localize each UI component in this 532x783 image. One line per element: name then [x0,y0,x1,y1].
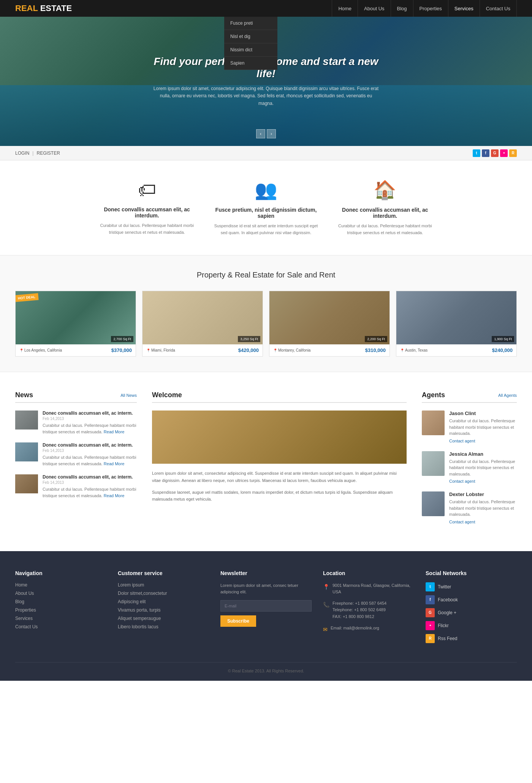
all-agents-link[interactable]: All Agents [498,393,517,398]
logo[interactable]: REAL ESTATE [15,3,72,13]
footer-nav-contact[interactable]: Contact Us [15,624,106,629]
nav-item-blog[interactable]: Blog [391,0,413,17]
property-card-2[interactable]: 2,200 Sq Ft Montarey, Califonia $310,000 [269,291,390,357]
welcome-heading: Welcome [152,391,182,399]
welcome-text-1: Lorem ipsum dolor sit amet, consectetur … [152,470,407,484]
nav-item-properties[interactable]: Properties [413,0,448,17]
news-heading: News [15,391,33,399]
dropdown-item-0[interactable]: Fusce preti [224,17,277,30]
footer-customer-service: Customer service Lorem ipsum Dolor sitme… [118,570,209,647]
contact-agent-2[interactable]: Contact agent [449,520,475,524]
agent-text-0: Curabitur ut dui lacus. Pellentesque hab… [449,418,517,437]
dropdown-item-1[interactable]: Nisl et dig [224,30,277,43]
address-icon: 📍 [323,583,329,596]
social-icon-flickr[interactable]: ⚬ [500,149,508,157]
contact-agent-1[interactable]: Contact agent [449,479,475,483]
dropdown-item-3[interactable]: Sapien [224,57,277,70]
news-title-0: Donec convallis accumsan elit, ac interm… [43,411,137,416]
social-item-rss[interactable]: R Rss Feed [426,634,517,643]
nav-item-services[interactable]: Services [448,0,480,17]
social-item-facebook[interactable]: f Facebook [426,595,517,604]
agent-photo-0 [422,411,445,435]
social-item-google[interactable]: G Google + [426,608,517,617]
social-item-twitter[interactable]: t Twitter [426,582,517,591]
footer-nav-properties[interactable]: Properties [15,607,106,613]
flickr-icon: ⚬ [426,621,435,630]
property-card-0[interactable]: HOT DEAL 2,700 Sq Ft Los Angeles, Califo… [15,291,136,357]
logo-estate: ESTATE [40,3,72,13]
read-more-0[interactable]: Read More [104,430,124,434]
social-icon-google[interactable]: G [491,149,499,157]
social-icons: t f G ⚬ R [473,149,517,157]
register-link[interactable]: REGISTER [36,151,60,156]
nav-item-contact[interactable]: Contact Us [480,0,517,17]
read-more-1[interactable]: Read More [104,461,124,466]
subscribe-button[interactable]: Subscribe [220,615,256,627]
hero-next-arrow[interactable]: › [267,129,276,138]
feature-text-1: Suspendisse id erat sit amet ante interd… [214,223,318,236]
footer-grid: Navigation Home About Us Blog Properties… [15,570,517,647]
social-icon-facebook[interactable]: f [482,149,489,157]
agent-item-2: Dexter Lobster Curabitur ut dui lacus. P… [422,491,517,525]
footer-bottom: © Real Estate 2013. All Rights Reserved. [15,662,517,673]
news-column: News All News Donec convallis accumsan e… [15,391,137,532]
all-news-link[interactable]: All News [120,393,137,398]
footer-newsletter: Newsletter Lorem ipsum dolor sit amet, c… [220,570,312,647]
logo-real: REAL [15,3,38,13]
footer-cs-1[interactable]: Dolor sitmet,consectetur [118,591,209,596]
property-location-0: Los Angeles, Califonia [19,348,62,352]
read-more-2[interactable]: Read More [104,493,124,498]
dropdown-menu: Fusce preti Nisl et dig Nissim dict Sapi… [224,17,277,70]
property-info-1: Miami, Florida $420,000 [142,344,263,356]
property-location-3: Austin, Texas [400,348,428,352]
sqft-badge-3: 1,900 Sq Ft [492,336,514,342]
social-item-flickr[interactable]: ⚬ Flickr [426,621,517,630]
property-card-1[interactable]: 3,250 Sq Ft Miami, Florida $420,000 [142,291,263,357]
nav-item-about[interactable]: About Us [358,0,391,17]
social-icon-rss[interactable]: R [509,149,517,157]
news-body-0: Donec convallis accumsan elit, ac interm… [43,411,137,435]
footer-cs-4[interactable]: Aliquet semperaugue [118,616,209,621]
facebook-label: Facebook [438,597,458,602]
phone-icon: 📞 [323,601,329,620]
footer-nav-services[interactable]: Services [15,616,106,621]
login-link[interactable]: LOGIN [15,151,29,156]
properties-grid: HOT DEAL 2,700 Sq Ft Los Angeles, Califo… [15,291,517,357]
social-icon-twitter[interactable]: t [473,149,480,157]
footer-nav-heading: Navigation [15,570,106,576]
feature-icon-2: 🏠 [333,179,437,201]
footer-cs-heading: Customer service [118,570,209,576]
news-text-2: Curabitur ut dui lacus. Pellentesque hab… [43,486,137,499]
newsletter-email-input[interactable] [220,600,312,612]
dropdown-item-2[interactable]: Nissim dict [224,43,277,57]
footer-nav-about[interactable]: About Us [15,591,106,596]
news-title-2: Donec convallis accumsan elit, ac interm… [43,474,137,480]
footer-cs-5[interactable]: Libero lobortis lacus [118,624,209,629]
property-image-0: HOT DEAL 2,700 Sq Ft [16,291,136,344]
welcome-header: Welcome [152,391,407,403]
news-body-1: Donec convallis accumsan elit, ac interm… [43,442,137,467]
footer-navigation: Navigation Home About Us Blog Properties… [15,570,106,647]
top-navigation: REAL ESTATE Home About Us Blog Propertie… [0,0,532,17]
footer-cs-3[interactable]: Vivamus porta, turpis [118,607,209,613]
news-body-2: Donec convallis accumsan elit, ac interm… [43,474,137,499]
news-date-1: Feb 14,2013 [43,449,137,453]
nav-links: Home About Us Blog Properties Services C… [332,0,517,17]
hero-prev-arrow[interactable]: ‹ [256,129,265,138]
footer-cs-2[interactable]: Adipiscing elit [118,599,209,604]
login-links: LOGIN | REGISTER [15,151,60,156]
contact-agent-0[interactable]: Contact agent [449,439,475,443]
facebook-icon: f [426,595,435,604]
sqft-badge-2: 2,200 Sq Ft [365,336,387,342]
footer-cs-0[interactable]: Lorem ipsum [118,582,209,588]
agent-item-1: Jessica Alman Curabitur ut dui lacus. Pe… [422,451,517,484]
footer-nav-blog[interactable]: Blog [15,599,106,604]
nav-item-home[interactable]: Home [332,0,358,17]
news-text-1: Curabitur ut dui lacus. Pellentesque hab… [43,454,137,467]
footer-email: ✉ Email: mail@demolink.org [323,625,414,634]
news-thumb-1 [15,442,38,461]
footer-nav-home[interactable]: Home [15,582,106,588]
agent-photo-1 [422,451,445,476]
property-card-3[interactable]: 1,900 Sq Ft Austin, Texas $240,000 [396,291,517,357]
feature-1: 👥 Fusce pretium, nisl et dignissim dictu… [214,179,318,236]
